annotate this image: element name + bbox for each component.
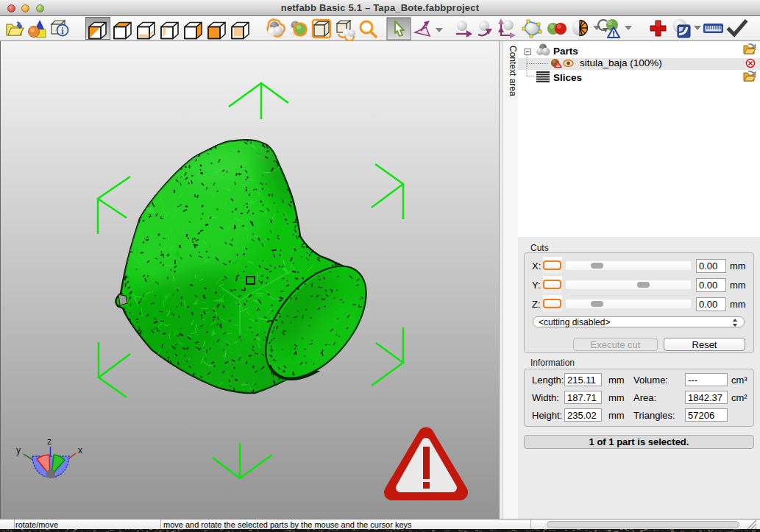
svg-text:z: z <box>47 436 52 447</box>
svg-text:y: y <box>16 445 21 455</box>
svg-text:situla_baja (100%): situla_baja (100%) <box>580 57 662 68</box>
svg-text:x: x <box>78 445 82 455</box>
svg-text:Parts: Parts <box>553 46 578 57</box>
svg-text:Slices: Slices <box>553 72 582 83</box>
